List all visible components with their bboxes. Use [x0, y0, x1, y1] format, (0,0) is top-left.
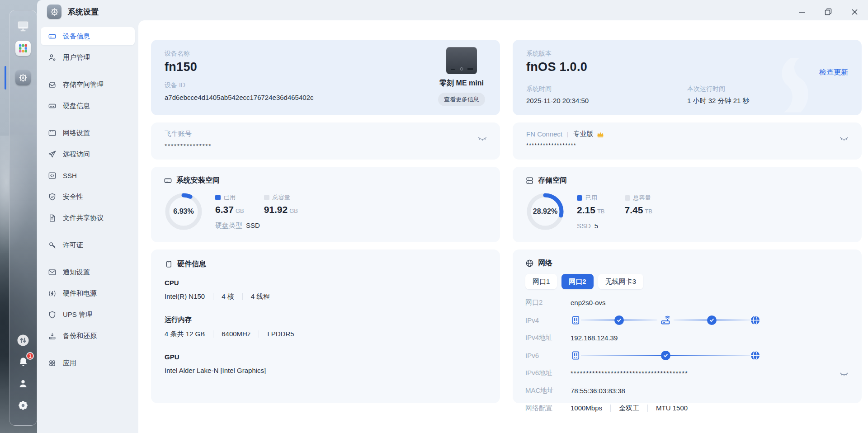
taskbar: 1 — [9, 10, 37, 426]
fn-account-label: 飞牛账号 — [165, 130, 192, 138]
network-tabs: 网口1网口2无线网卡3 — [525, 274, 849, 289]
system-settings-window: 系统设置 设备信息用户管理存储空间管理硬盘信息网络设置远程访问SSH安全性文件共… — [37, 0, 868, 433]
drive-icon — [48, 32, 57, 41]
sidebar-item-label: 通知设置 — [63, 268, 90, 277]
fn-account-masked-value: *************** — [165, 142, 486, 150]
device-info-card: 设备名称 fn150 设备 ID a7d6ebcce4d1405ab542ecc… — [151, 40, 500, 115]
sidebar-item-7[interactable]: SSH — [41, 166, 135, 184]
sidebar-item-label: 用户管理 — [63, 53, 90, 62]
eye-closed-icon[interactable] — [477, 133, 487, 145]
sidebar-item-9[interactable]: 文件共享协议 — [41, 209, 135, 227]
sidebar-item-5[interactable]: 网络设置 — [41, 124, 135, 142]
notification-bell-icon[interactable]: 1 — [14, 353, 32, 371]
eye-closed-icon[interactable] — [839, 369, 849, 381]
network-tab-1[interactable]: 网口1 — [525, 274, 557, 289]
sidebar-item-12[interactable]: 硬件和电源 — [41, 284, 135, 302]
sidebar-item-label: 备份和还原 — [63, 332, 97, 340]
mac-address: 78:55:36:03:83:38 — [571, 387, 625, 395]
app-store-grid-icon[interactable] — [14, 39, 32, 57]
fn-account-card: 飞牛账号 *************** — [151, 122, 500, 160]
window-title: 系统设置 — [68, 7, 99, 17]
sidebar-item-8[interactable]: 安全性 — [41, 188, 135, 206]
spec-item: 4 线程 — [242, 293, 278, 300]
sidebar-item-1[interactable]: 设备信息 — [41, 27, 135, 45]
ipv4-label: IPv4 — [525, 316, 571, 324]
install-space-title: 系统安装空间 — [176, 176, 220, 185]
network-tab-2[interactable]: 网口2 — [561, 274, 593, 289]
more-info-button[interactable]: 查看更多信息 — [438, 93, 485, 106]
nas-server-icon — [571, 350, 581, 361]
user-icon[interactable] — [14, 375, 32, 393]
total-value: 91.92GB — [264, 204, 298, 215]
shield-check-icon — [48, 193, 57, 201]
transfer-arrows-icon[interactable] — [14, 331, 32, 349]
fn-connect-tier: 专业版 — [573, 130, 593, 138]
globe-icon — [525, 259, 534, 268]
spec-item: 6400MHz — [213, 330, 259, 338]
sidebar-item-2[interactable]: 用户管理 — [41, 48, 135, 66]
sidebar-item-label: 设备信息 — [63, 32, 90, 41]
sidebar-item-label: UPS 管理 — [63, 311, 92, 319]
sidebar-item-14[interactable]: 备份和还原 — [41, 327, 135, 345]
hardware-info-card: 硬件信息 CPU Intel(R) N1504 核4 线程 运行内存 4 条共 … — [151, 249, 500, 403]
hardware-title: 硬件信息 — [177, 259, 206, 269]
spec-item: MTU 1500 — [647, 405, 696, 412]
storage-stack-icon — [525, 176, 534, 185]
network-config-specs: 1000Mbps全双工MTU 1500 — [571, 405, 696, 412]
sidebar-item-label: 安全性 — [63, 193, 83, 201]
backup-icon — [48, 332, 57, 340]
check-update-link[interactable]: 检查更新 — [819, 68, 848, 77]
sidebar-item-3[interactable]: 存储空间管理 — [41, 75, 135, 94]
total-value: 7.45TB — [625, 205, 653, 216]
taskbar-active-indicator — [5, 66, 6, 89]
sidebar-item-11[interactable]: 通知设置 — [41, 263, 135, 281]
system-settings-gear-icon[interactable] — [14, 69, 32, 87]
network-tab-3[interactable]: 无线网卡3 — [598, 274, 643, 289]
used-value: 2.15TB — [577, 205, 605, 216]
gpu-label: GPU — [165, 353, 486, 361]
cpu-label: CPU — [165, 279, 486, 287]
hard-disk-icon — [48, 102, 57, 110]
spec-item: 4 条共 12 GB — [165, 330, 213, 338]
fn-logo-watermark — [753, 48, 821, 115]
fn-connect-card: FN Connect | 专业版 ****************** — [513, 122, 862, 160]
code-icon — [48, 171, 57, 180]
ipv6-address-masked: ************************************** — [571, 369, 688, 377]
sidebar-item-13[interactable]: UPS 管理 — [41, 306, 135, 324]
fn-connect-separator: | — [567, 131, 568, 137]
tray-icon — [48, 80, 57, 89]
system-drive-icon — [164, 176, 172, 185]
desktop-monitor-icon[interactable] — [14, 17, 32, 35]
user-gear-icon — [48, 53, 57, 62]
total-label: 总容量 — [273, 193, 290, 202]
spec-item: LPDDR5 — [259, 330, 302, 338]
minimize-button[interactable] — [795, 5, 809, 19]
power-icon — [48, 289, 57, 298]
notification-badge: 1 — [26, 352, 34, 360]
sidebar-item-6[interactable]: 远程访问 — [41, 145, 135, 163]
sidebar-item-15[interactable]: 应用 — [41, 354, 135, 372]
check-icon — [707, 315, 717, 325]
maximize-button[interactable] — [821, 5, 835, 19]
ipv6-label: IPv6 — [525, 352, 571, 359]
used-label: 已用 — [585, 194, 597, 202]
chip-icon — [165, 260, 173, 268]
used-label: 已用 — [224, 193, 236, 202]
router-icon — [660, 315, 671, 325]
gpu-value: Intel Alder Lake-N [Intel Graphics] — [165, 367, 274, 374]
ipv4-connectivity-diagram — [571, 315, 760, 325]
sidebar-item-label: 存储空间管理 — [63, 80, 104, 89]
sidebar-item-4[interactable]: 硬盘信息 — [41, 97, 135, 115]
sidebar-item-10[interactable]: 许可证 — [41, 236, 135, 254]
internet-globe-icon — [750, 315, 760, 325]
port-label: 网口2 — [525, 298, 571, 307]
storage-donut: 28.92% — [525, 192, 565, 231]
used-swatch — [215, 195, 221, 200]
close-button[interactable] — [847, 5, 862, 19]
storage-title: 存储空间 — [538, 176, 567, 185]
sidebar-item-label: 远程访问 — [63, 150, 90, 159]
eye-closed-icon[interactable] — [839, 133, 849, 145]
storage-percent: 28.92% — [525, 192, 565, 231]
total-swatch — [264, 195, 269, 200]
settings-flower-icon[interactable] — [14, 396, 32, 414]
